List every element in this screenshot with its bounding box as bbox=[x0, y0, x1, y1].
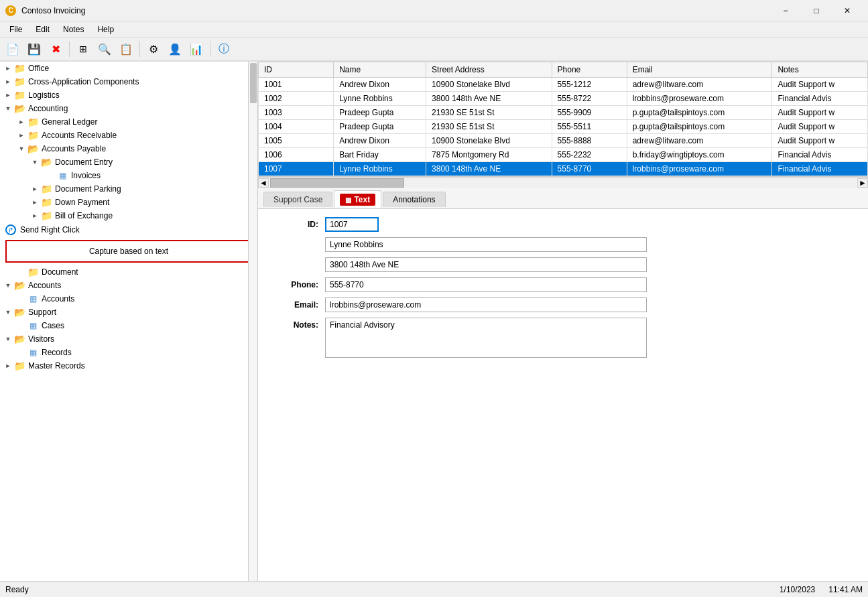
info-button[interactable]: ⓘ bbox=[214, 40, 234, 58]
grid-button[interactable]: ⊞ bbox=[73, 40, 93, 58]
table-row[interactable]: 1006Bart Friday7875 Montgomery Rd555-223… bbox=[259, 148, 868, 162]
col-header-email[interactable]: Email bbox=[627, 62, 772, 78]
expander-master-records[interactable]: ► bbox=[3, 360, 13, 371]
table-row[interactable]: 1002Lynne Robbins3800 148th Ave NE555-87… bbox=[259, 92, 868, 106]
tree-item-document[interactable]: 📁 Document bbox=[0, 265, 257, 279]
menu-file[interactable]: File bbox=[3, 23, 29, 36]
tree-scrollbar[interactable] bbox=[248, 62, 257, 581]
send-right-click-label: Send Right Click bbox=[20, 225, 80, 235]
tree-label-cross-app: Cross-Application Components bbox=[28, 77, 139, 86]
expander-visitors[interactable]: ▼ bbox=[3, 334, 13, 344]
expander-accounts-payable[interactable]: ▼ bbox=[16, 143, 27, 154]
col-header-notes[interactable]: Notes bbox=[772, 62, 868, 78]
tab-annotations[interactable]: Annotations bbox=[383, 192, 445, 207]
tree-item-cases[interactable]: ▦ Cases bbox=[0, 319, 257, 332]
horizontal-scrollbar[interactable]: ◄ ► bbox=[258, 177, 868, 188]
send-right-click-button[interactable]: ↱ Send Right Click bbox=[0, 222, 257, 237]
data-grid[interactable]: ID Name Street Address Phone Email Notes… bbox=[258, 62, 868, 177]
tree-item-document-entry[interactable]: ▼ 📂 Document Entry bbox=[0, 155, 257, 169]
new-document-button[interactable]: 📄 bbox=[3, 40, 23, 58]
tree-label-master-records: Master Records bbox=[28, 361, 85, 371]
menu-notes[interactable]: Notes bbox=[56, 23, 90, 36]
tree-item-visitors[interactable]: ▼ 📂 Visitors bbox=[0, 332, 257, 346]
col-header-name[interactable]: Name bbox=[334, 62, 426, 78]
col-header-phone[interactable]: Phone bbox=[552, 62, 627, 78]
expander-cross-app[interactable]: ► bbox=[3, 76, 13, 87]
tab-support-case[interactable]: Support Case bbox=[263, 192, 332, 207]
tree-item-logistics[interactable]: ► 📁 Logistics bbox=[0, 88, 257, 102]
search-button[interactable]: 🔍 bbox=[95, 40, 115, 58]
cell-notes: Financial Advis bbox=[772, 92, 868, 106]
maximize-button[interactable]: □ bbox=[801, 0, 832, 21]
tree-item-general-ledger[interactable]: ► 📁 General Ledger bbox=[0, 115, 257, 129]
expander-general-ledger[interactable]: ► bbox=[16, 117, 27, 127]
expander-accounting[interactable]: ▼ bbox=[3, 103, 13, 114]
cell-name: Lynne Robbins bbox=[334, 92, 426, 106]
menu-help[interactable]: Help bbox=[90, 23, 121, 36]
expander-document-entry[interactable]: ▼ bbox=[29, 157, 40, 168]
tree-item-bill-of-exchange[interactable]: ► 📁 Bill of Exchange bbox=[0, 209, 257, 222]
name-field[interactable] bbox=[325, 237, 647, 252]
expander-logistics[interactable]: ► bbox=[3, 90, 13, 101]
scroll-thumb[interactable] bbox=[270, 178, 404, 188]
table-row[interactable]: 1003Pradeep Gupta21930 SE 51st St555-990… bbox=[259, 106, 868, 120]
expander-accounts-receivable[interactable]: ► bbox=[16, 130, 27, 141]
tree-label-general-ledger: General Ledger bbox=[42, 117, 97, 127]
save-button[interactable]: 💾 bbox=[24, 40, 44, 58]
phone-field[interactable] bbox=[325, 277, 647, 292]
table-row[interactable]: 1004Pradeep Gupta21930 SE 51st St555-551… bbox=[259, 120, 868, 134]
address-field[interactable] bbox=[325, 257, 647, 272]
menu-edit[interactable]: Edit bbox=[29, 23, 56, 36]
folder-icon-document-parking: 📁 bbox=[40, 184, 52, 194]
settings-button[interactable]: ⚙ bbox=[143, 40, 164, 58]
expander-accounts[interactable]: ▼ bbox=[3, 280, 13, 291]
notes-field[interactable] bbox=[325, 318, 647, 358]
minimize-button[interactable]: − bbox=[770, 0, 801, 21]
export-button[interactable]: 📊 bbox=[186, 40, 206, 58]
expander-office[interactable]: ► bbox=[3, 63, 13, 74]
tree-item-accounting[interactable]: ▼ 📂 Accounting bbox=[0, 102, 257, 115]
note-button[interactable]: 📋 bbox=[116, 40, 136, 58]
cell-address: 10900 Stonelake Blvd bbox=[426, 78, 552, 92]
table-row[interactable]: 1001Andrew Dixon10900 Stonelake Blvd555-… bbox=[259, 78, 868, 92]
capture-text-highlight[interactable]: Capture based on text bbox=[5, 240, 252, 263]
tree-item-down-payment[interactable]: ► 📁 Down Payment bbox=[0, 196, 257, 209]
tree-item-cross-app[interactable]: ► 📁 Cross-Application Components bbox=[0, 75, 257, 88]
table-row[interactable]: 1005Andrew Dixon10900 Stonelake Blvd555-… bbox=[259, 134, 868, 148]
tree-label-document: Document bbox=[42, 267, 78, 277]
col-header-id[interactable]: ID bbox=[259, 62, 334, 78]
tree-item-accounts-receivable[interactable]: ► 📁 Accounts Receivable bbox=[0, 129, 257, 142]
tree-item-master-records[interactable]: ► 📁 Master Records bbox=[0, 359, 257, 373]
expander-support[interactable]: ▼ bbox=[3, 307, 13, 318]
scroll-right-button[interactable]: ► bbox=[857, 178, 868, 188]
col-header-address[interactable]: Street Address bbox=[426, 62, 552, 78]
tree-item-document-parking[interactable]: ► 📁 Document Parking bbox=[0, 182, 257, 196]
status-time: 11:41 AM bbox=[828, 585, 863, 594]
cell-phone: 555-1212 bbox=[552, 78, 627, 92]
tree-item-records[interactable]: ▦ Records bbox=[0, 346, 257, 359]
tree-item-accounts[interactable]: ▼ 📂 Accounts bbox=[0, 279, 257, 292]
expander-document-parking[interactable]: ► bbox=[29, 184, 40, 194]
folder-icon-office: 📁 bbox=[13, 63, 25, 74]
tree-label-down-payment: Down Payment bbox=[55, 198, 109, 207]
tree-item-support[interactable]: ▼ 📂 Support bbox=[0, 306, 257, 319]
tree-item-office[interactable]: ► 📁 Office bbox=[0, 62, 257, 75]
folder-icon-down-payment: 📁 bbox=[40, 197, 52, 208]
tab-text[interactable]: ▦ Text bbox=[334, 190, 381, 208]
expander-down-payment[interactable]: ► bbox=[29, 197, 40, 208]
title-bar: C Contoso Invoicing − □ ✕ bbox=[0, 0, 868, 21]
table-icon-records: ▦ bbox=[27, 347, 39, 358]
scroll-left-button[interactable]: ◄ bbox=[258, 178, 269, 188]
tree-item-accounts-sub[interactable]: ▦ Accounts bbox=[0, 292, 257, 306]
tree-item-accounts-payable[interactable]: ▼ 📂 Accounts Payable bbox=[0, 142, 257, 155]
toolbar: 📄 💾 ✖ ⊞ 🔍 📋 ⚙ 👤 📊 ⓘ bbox=[0, 38, 868, 62]
delete-button[interactable]: ✖ bbox=[46, 40, 66, 58]
expander-bill-of-exchange[interactable]: ► bbox=[29, 210, 40, 221]
close-button[interactable]: ✕ bbox=[832, 0, 863, 21]
email-field[interactable] bbox=[325, 297, 647, 312]
id-field[interactable] bbox=[325, 217, 379, 232]
user-button[interactable]: 👤 bbox=[165, 40, 185, 58]
cell-address: 10900 Stonelake Blvd bbox=[426, 134, 552, 148]
tree-item-invoices[interactable]: ▦ Invoices bbox=[0, 169, 257, 182]
table-row[interactable]: 1007Lynne Robbins3800 148th Ave NE555-87… bbox=[259, 162, 868, 176]
